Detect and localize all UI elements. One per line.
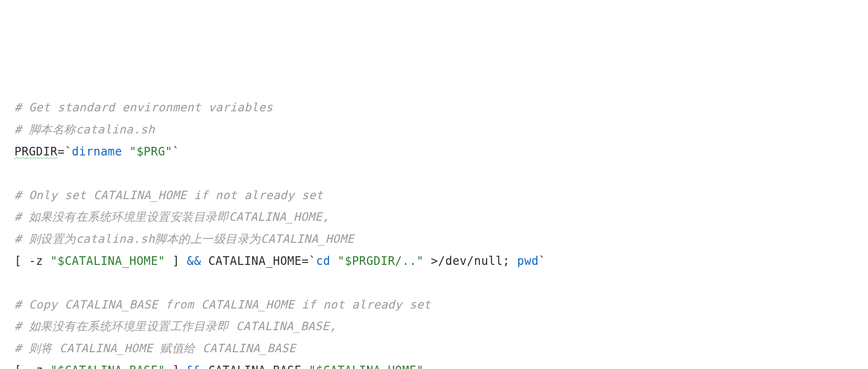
operator-and: && — [187, 254, 201, 268]
operator-and: && — [187, 364, 201, 369]
space — [330, 254, 338, 268]
code-line: # 如果没有在系统环境里设置安装目录即CATALINA_HOME, — [14, 206, 854, 228]
blank-line — [14, 272, 854, 294]
code-line: # 则将 CATALINA_HOME 赋值给 CATALINA_BASE — [14, 338, 854, 360]
comment-text: # Copy CATALINA_BASE from CATALINA_HOME … — [14, 298, 431, 311]
command: pwd — [517, 254, 539, 268]
test-bracket: ] — [165, 254, 187, 268]
comment-text: # 如果没有在系统环境里设置工作目录即 CATALINA_BASE, — [14, 320, 337, 333]
assignment: CATALINA_BASE= — [201, 364, 309, 369]
code-line: # Only set CATALINA_HOME if not already … — [14, 185, 854, 207]
assignment: CATALINA_HOME= — [201, 254, 309, 268]
comment-text: # 则设置为catalina.sh脚本的上一级目录为CATALINA_HOME — [14, 232, 354, 246]
command: dirname — [72, 145, 122, 158]
string: "$CATALINA_HOME" — [50, 254, 165, 268]
space — [122, 145, 129, 158]
code-line: # 脚本名称catalina.sh — [14, 119, 854, 141]
backtick: ` — [65, 145, 72, 158]
equals: = — [58, 145, 65, 158]
code-block: # Get standard environment variables# 脚本… — [14, 97, 854, 369]
command: cd — [316, 254, 330, 268]
code-line: # Copy CATALINA_BASE from CATALINA_HOME … — [14, 294, 854, 316]
code-line: # 如果没有在系统环境里设置工作目录即 CATALINA_BASE, — [14, 316, 854, 338]
test-bracket: [ -z — [14, 364, 50, 369]
backtick: ` — [538, 254, 546, 268]
comment-text: # 则将 CATALINA_HOME 赋值给 CATALINA_BASE — [14, 342, 296, 355]
variable-name: PRGDIR — [14, 145, 58, 158]
test-bracket: [ -z — [14, 254, 50, 268]
code-line: # 则设置为catalina.sh脚本的上一级目录为CATALINA_HOME — [14, 228, 854, 250]
code-line: PRGDIR=`dirname "$PRG"` — [14, 141, 854, 163]
string: "$CATALINA_HOME" — [309, 364, 424, 369]
string: "$PRG" — [129, 145, 172, 158]
backtick: ` — [309, 254, 316, 268]
comment-text: # Only set CATALINA_HOME if not already … — [14, 189, 323, 202]
string: "$CATALINA_BASE" — [50, 364, 165, 369]
comment-text: # Get standard environment variables — [14, 101, 273, 114]
code-line: [ -z "$CATALINA_HOME" ] && CATALINA_HOME… — [14, 250, 854, 273]
string: "$PRGDIR/.." — [338, 254, 424, 268]
blank-line — [14, 163, 854, 185]
test-bracket: ] — [165, 364, 187, 369]
code-line: # Get standard environment variables — [14, 97, 854, 119]
comment-text: # 如果没有在系统环境里设置安装目录即CATALINA_HOME, — [14, 210, 330, 224]
backtick: ` — [172, 145, 180, 158]
redirect: >/dev/null; — [424, 254, 517, 268]
code-line: [ -z "$CATALINA_BASE" ] && CATALINA_BASE… — [14, 360, 854, 369]
comment-text: # 脚本名称catalina.sh — [14, 123, 155, 136]
